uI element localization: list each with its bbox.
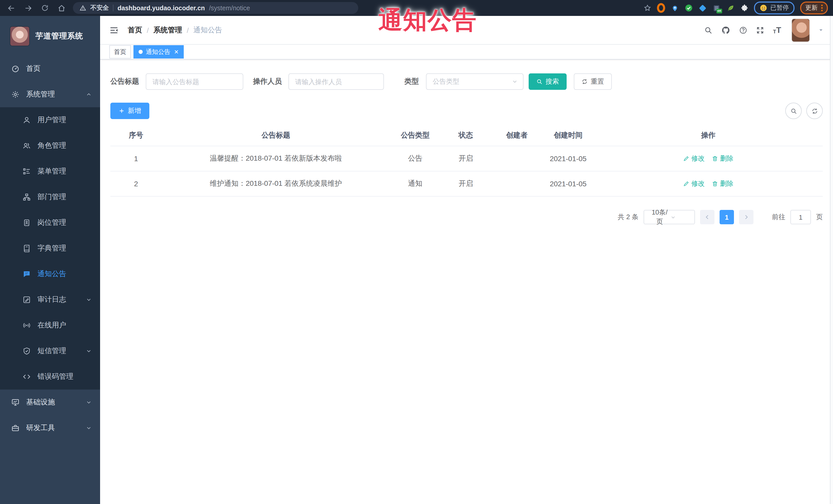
browser-back-icon[interactable] <box>7 4 16 12</box>
user-avatar[interactable] <box>792 19 809 41</box>
breadcrumb-separator: / <box>147 26 149 34</box>
sidebar-item-post-management[interactable]: 岗位管理 <box>0 210 100 236</box>
type-select-placeholder: 公告类型 <box>433 77 512 86</box>
tree-table-icon <box>23 167 31 175</box>
sidebar-item-error-code[interactable]: 错误码管理 <box>0 364 100 389</box>
sidebar-item-label: 错误码管理 <box>38 372 73 381</box>
header-search-icon[interactable] <box>704 26 712 34</box>
prev-page-button[interactable] <box>700 210 714 224</box>
fullscreen-icon[interactable] <box>756 26 764 34</box>
docs-help-icon[interactable] <box>739 26 747 34</box>
not-secure-warning-icon <box>79 5 86 11</box>
user-icon <box>23 116 31 124</box>
edit-row-button[interactable]: 修改 <box>683 179 705 188</box>
address-bar[interactable]: 不安全 dashboard.yudao.iocoder.cn/system/no… <box>73 2 358 14</box>
toggle-search-button[interactable] <box>785 103 802 119</box>
sidebar-item-online-users[interactable]: 在线用户 <box>0 313 100 338</box>
sidebar-item-label: 系统管理 <box>26 90 55 99</box>
monitor-icon <box>11 398 20 407</box>
cell-type: 公告 <box>390 154 441 163</box>
chevron-up-icon <box>86 91 92 97</box>
url-divider <box>113 5 114 11</box>
operator-filter-input[interactable] <box>288 73 384 90</box>
scrollbar[interactable] <box>830 16 833 504</box>
page-size-select[interactable]: 10条/页 <box>644 210 695 224</box>
users-icon <box>23 142 31 150</box>
sidebar-item-label: 字典管理 <box>38 244 66 253</box>
cell-created: 2021-01-05 <box>543 154 594 163</box>
sidebar-item-user-management[interactable]: 用户管理 <box>0 107 100 133</box>
tab-close-icon[interactable]: ✕ <box>174 49 178 55</box>
extension-orange-icon[interactable] <box>657 4 665 12</box>
refresh-icon <box>581 78 588 85</box>
next-page-button[interactable] <box>739 210 754 224</box>
extensions-puzzle-icon[interactable] <box>740 4 748 12</box>
sidebar-item-sms-management[interactable]: 短信管理 <box>0 338 100 364</box>
browser-update-button[interactable]: 更新 <box>800 2 828 15</box>
sidebar-item-label: 研发工具 <box>26 424 55 433</box>
github-icon[interactable] <box>721 25 730 34</box>
sidebar-item-menu-management[interactable]: 菜单管理 <box>0 159 100 184</box>
sidebar-item-label: 在线用户 <box>38 321 66 330</box>
browser-menu-icon[interactable] <box>821 5 823 11</box>
sidebar-item-audit-log[interactable]: 审计日志 <box>0 287 100 313</box>
id-badge-icon <box>23 219 31 227</box>
col-header-type: 公告类型 <box>390 131 441 140</box>
breadcrumb-system[interactable]: 系统管理 <box>153 25 182 34</box>
sidebar-toggle-icon[interactable] <box>109 25 119 34</box>
sidebar-item-notice[interactable]: 通知公告 <box>0 261 100 287</box>
chevron-right-icon <box>743 214 749 220</box>
table-row: 2 维护通知：2018-07-01 若依系统凌晨维护 通知 开启 2021-01… <box>110 171 823 196</box>
search-form: 公告标题 操作人员 类型 公告类型 搜索 重置 <box>110 73 823 90</box>
breadcrumb: 首页 / 系统管理 / 通知公告 <box>128 25 222 34</box>
refresh-table-button[interactable] <box>806 103 823 119</box>
page-size-value: 10条/页 <box>649 208 670 226</box>
chevron-down-icon <box>512 78 518 85</box>
chevron-down-icon <box>670 214 691 220</box>
type-filter-select[interactable]: 公告类型 <box>426 73 524 90</box>
sidebar-item-dict-management[interactable]: 字典管理 <box>0 236 100 261</box>
search-button[interactable]: 搜索 <box>529 73 567 90</box>
extension-diamond-icon[interactable] <box>698 4 707 12</box>
add-button[interactable]: 新增 <box>110 103 149 119</box>
sidebar-item-dev-tools[interactable]: 研发工具 <box>0 415 100 441</box>
extension-check-icon[interactable] <box>685 4 693 12</box>
browser-home-icon[interactable] <box>57 4 66 12</box>
profile-paused-chip[interactable]: 已暂停 <box>754 2 794 15</box>
sidebar-item-role-management[interactable]: 角色管理 <box>0 133 100 159</box>
gear-icon <box>11 90 20 99</box>
browser-reload-icon[interactable] <box>41 4 49 12</box>
breadcrumb-separator: / <box>187 26 189 34</box>
edit-label: 修改 <box>691 154 705 163</box>
avatar-caret-icon[interactable] <box>818 27 824 33</box>
sidebar-item-infrastructure[interactable]: 基础设施 <box>0 389 100 415</box>
extension-database-icon[interactable]: on <box>712 4 721 12</box>
sidebar-logo[interactable]: 芋道管理系统 <box>0 16 100 56</box>
font-size-icon[interactable]: TT <box>773 26 781 34</box>
extension-leaf-icon[interactable] <box>726 4 735 12</box>
sidebar-item-system-management[interactable]: 系统管理 <box>0 81 100 107</box>
extension-pin-icon[interactable] <box>671 4 679 12</box>
delete-row-button[interactable]: 删除 <box>712 179 733 188</box>
goto-page-input[interactable] <box>790 210 811 224</box>
browser-forward-icon[interactable] <box>24 4 32 12</box>
bookmark-star-icon[interactable] <box>644 4 651 12</box>
emoji-avatar-icon <box>760 4 767 12</box>
code-icon <box>23 373 31 381</box>
delete-row-button[interactable]: 删除 <box>712 154 733 163</box>
reset-button[interactable]: 重置 <box>574 73 612 90</box>
search-icon <box>790 107 797 114</box>
sidebar-item-home[interactable]: 首页 <box>0 56 100 81</box>
chevron-down-icon <box>86 425 92 431</box>
sidebar-item-dept-management[interactable]: 部门管理 <box>0 184 100 210</box>
page-number-button[interactable]: 1 <box>719 210 734 224</box>
title-filter-input[interactable] <box>146 73 243 90</box>
title-filter-label: 公告标题 <box>110 77 139 86</box>
col-header-actions: 操作 <box>594 131 823 140</box>
cell-no: 2 <box>110 179 162 188</box>
tab-home[interactable]: 首页 <box>109 45 131 58</box>
chevron-down-icon <box>86 348 92 354</box>
breadcrumb-home[interactable]: 首页 <box>128 25 142 34</box>
edit-row-button[interactable]: 修改 <box>683 154 705 163</box>
tab-notice[interactable]: 通知公告 ✕ <box>134 45 184 58</box>
